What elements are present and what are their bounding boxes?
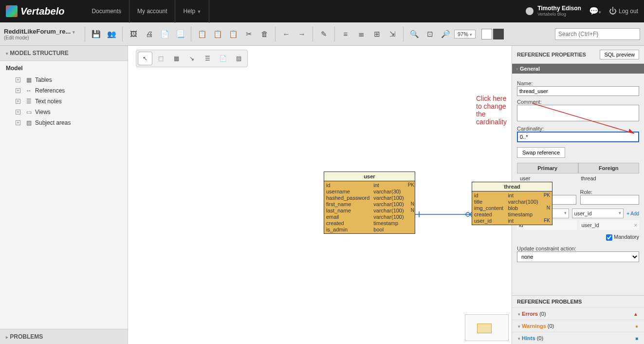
right-panel-header: REFERENCE PROPERTIES SQL preview	[512, 46, 644, 64]
zoom-out-icon[interactable]: 🔍	[407, 27, 421, 41]
user-sub: Vertabelo Blog	[537, 12, 581, 17]
panel-left-toggle[interactable]	[481, 29, 492, 39]
menu-documents[interactable]: Documents	[84, 0, 129, 23]
mandatory-row: Mandatory	[517, 234, 639, 241]
logout-link[interactable]: ⏻ Log out	[609, 7, 638, 16]
table-icon: ▦	[25, 76, 32, 83]
toolbar: RedditLikeForum_re... ▾ (Edit mode) 💾 👥 …	[0, 22, 644, 46]
search-input[interactable]	[555, 28, 640, 40]
redo-icon[interactable]: →	[295, 27, 309, 41]
tree-item-references[interactable]: +↔References	[6, 85, 122, 96]
foreign-table: thread	[578, 173, 640, 183]
copy-icon[interactable]: 📋	[195, 27, 209, 41]
align-center-icon[interactable]: ≣	[354, 27, 368, 41]
sql-export-icon[interactable]: 📄	[158, 27, 171, 41]
main: ▾ MODEL STRUCTURE Model +▦Tables +↔Refer…	[0, 46, 644, 344]
foreign-role-label: Role:	[580, 189, 640, 195]
search-box	[555, 28, 640, 40]
minimap-viewport	[477, 324, 492, 333]
user-block[interactable]: Timothy Edison Vertabelo Blog	[526, 5, 581, 17]
update-action-select[interactable]: none	[517, 251, 639, 262]
relationship-line[interactable]	[415, 210, 473, 218]
top-bar: Vertabelo Documents My account Help ▼ Ti…	[0, 0, 644, 22]
menu-help[interactable]: Help ▼	[175, 0, 209, 23]
logo[interactable]: Vertabelo	[6, 5, 64, 17]
entity-thread[interactable]: thread idintPK titlevarchar(100) img_con…	[472, 182, 552, 225]
diagram-canvas[interactable]: user idintPK usernamevarchar(30) hashed_…	[128, 46, 512, 344]
error-icon: ▲	[633, 311, 638, 317]
user-name: Timothy Edison	[537, 5, 581, 12]
entity-user[interactable]: user idintPK usernamevarchar(30) hashed_…	[324, 172, 415, 234]
delete-icon[interactable]: 🗑	[258, 27, 271, 41]
tree-item-tables[interactable]: +▦Tables	[6, 75, 122, 85]
area-icon: ▨	[25, 119, 32, 126]
note-icon: ☰	[25, 98, 32, 105]
warning-icon: ●	[635, 324, 638, 329]
paste-icon[interactable]: 📋	[211, 27, 224, 41]
image-icon[interactable]: 🖼	[127, 27, 140, 41]
edit-mode-icon[interactable]: ✎	[317, 27, 331, 41]
save-icon[interactable]: 💾	[89, 27, 103, 41]
document-title-block[interactable]: RedditLikeForum_re... ▾ (Edit mode)	[4, 28, 77, 40]
tree-item-views[interactable]: +▭Views	[6, 107, 122, 117]
tree-item-subjectareas[interactable]: +▨Subject areas	[6, 117, 122, 128]
zoom-in-icon[interactable]: 🔎	[439, 27, 452, 41]
problems-title: REFERENCE PROBLEMS	[512, 296, 644, 307]
section-general[interactable]: ▾ General	[512, 64, 644, 74]
undo-icon[interactable]: ←	[279, 27, 293, 41]
align-distribute-icon[interactable]: ⊞	[370, 27, 384, 41]
foreign-role-input[interactable]	[580, 195, 640, 205]
warnings-row[interactable]: ▾ Warnings (0) ●	[512, 320, 644, 332]
hint-icon: ■	[635, 336, 638, 341]
view-icon: ▭	[25, 109, 32, 115]
document-mode: (Edit mode)	[4, 35, 77, 40]
errors-row[interactable]: ▾ Errors (0) ▲	[512, 307, 644, 320]
comments-icon[interactable]: 💬▾	[589, 6, 601, 16]
panel-right-toggle[interactable]	[493, 29, 504, 39]
problems-collapsed[interactable]: ▸ PROBLEMS	[0, 329, 128, 344]
annotation-text: Click here to change the cardinality	[476, 95, 512, 126]
print-icon[interactable]: 🖨	[142, 27, 156, 41]
top-menu: Documents My account Help ▼	[84, 0, 209, 23]
svg-line-5	[532, 103, 634, 134]
name-input[interactable]	[517, 86, 639, 96]
entity-thread-header: thread	[472, 182, 552, 191]
document-title: RedditLikeForum_re... ▾	[4, 28, 77, 35]
topbar-right: Timothy Edison Vertabelo Blog 💬▾ ⏻ Log o…	[526, 5, 638, 17]
left-panel: ▾ MODEL STRUCTURE Model +▦Tables +↔Refer…	[0, 46, 128, 344]
power-icon: ⏻	[609, 7, 617, 16]
reference-problems: REFERENCE PROBLEMS ▾ Errors (0) ▲ ▾ Warn…	[512, 295, 644, 344]
swap-reference-button[interactable]: Swap reference	[517, 147, 565, 158]
paste-special-icon[interactable]: 📋	[226, 27, 240, 41]
sql-preview-button[interactable]: SQL preview	[600, 50, 639, 59]
entity-user-header: user	[324, 172, 415, 181]
canvas-area[interactable]: ↖ ⬚ ▦ ↘ ☰ 📄 ▨ user idintPK usernam	[128, 46, 512, 344]
cut-icon[interactable]: ✂	[242, 27, 256, 41]
hints-row[interactable]: ▾ Hints (0) ■	[512, 332, 644, 344]
primary-header: Primary	[517, 163, 578, 173]
left-panel-header[interactable]: ▾ MODEL STRUCTURE	[0, 46, 128, 61]
tree-item-textnotes[interactable]: +☰Text notes	[6, 96, 122, 107]
doc-export-icon[interactable]: 📃	[173, 27, 187, 41]
brand-text: Vertabelo	[20, 6, 64, 17]
mandatory-checkbox[interactable]	[606, 234, 612, 241]
mandatory-label: Mandatory	[614, 234, 639, 240]
entity-user-body: idintPK usernamevarchar(30) hashed_passw…	[324, 181, 415, 233]
entity-thread-body: idintPK titlevarchar(100) img_contentblo…	[472, 191, 552, 225]
menu-my-account[interactable]: My account	[129, 0, 175, 23]
reference-icon: ↔	[25, 87, 32, 94]
align-left-icon[interactable]: ≡	[339, 27, 352, 41]
foreign-column-select[interactable]: user_id ▾	[572, 209, 624, 218]
minimap[interactable]	[465, 314, 509, 341]
name-label: Name:	[517, 80, 639, 86]
chevron-down-icon: ▼	[197, 9, 202, 14]
tree-root[interactable]: Model	[6, 65, 122, 72]
svg-marker-6	[628, 129, 634, 134]
zoom-level[interactable]: 97% ▾	[454, 30, 476, 38]
zoom-fit-icon[interactable]: ⊡	[423, 27, 437, 41]
map-foreign: user_id ×	[580, 220, 640, 230]
remove-mapping-icon[interactable]: ×	[634, 222, 637, 228]
add-mapping-link[interactable]: + Add	[626, 211, 639, 216]
share-icon[interactable]: 👥	[105, 27, 118, 41]
auto-layout-icon[interactable]: ⇲	[386, 27, 399, 41]
